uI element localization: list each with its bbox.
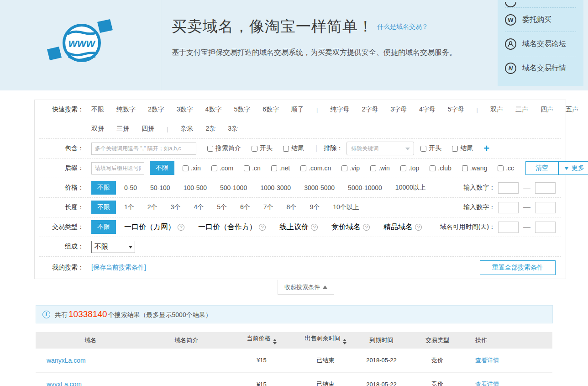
length-option[interactable]: 6个 — [240, 203, 250, 212]
length-option[interactable]: 7个 — [263, 203, 273, 212]
collapse-search-button[interactable]: 收起搜索条件 — [278, 280, 334, 295]
quick-filter-option[interactable]: 3数字 — [177, 106, 193, 114]
domain-link[interactable]: wanyxLa.com — [47, 357, 86, 364]
add-condition-icon[interactable]: + — [483, 143, 489, 153]
sidebar-item[interactable]: N域名交易行情 — [505, 56, 576, 80]
length-option[interactable]: 8个 — [287, 203, 297, 212]
quick-filter-option[interactable]: 3字母 — [390, 106, 407, 114]
suffix-option-checkbox[interactable] — [341, 165, 347, 171]
domain-link[interactable]: wvyxLa.com — [47, 381, 82, 386]
include-option-checkbox[interactable] — [252, 146, 257, 152]
suffix-option[interactable]: .cn — [244, 164, 261, 172]
length-option[interactable]: 4个 — [194, 203, 204, 212]
suffix-option-checkbox[interactable] — [244, 165, 250, 171]
length-max-input[interactable] — [535, 202, 556, 213]
length-option[interactable]: 1个 — [124, 203, 134, 212]
trade-type-option[interactable]: 精品域名? — [383, 222, 422, 232]
suffix-option[interactable]: .cc — [498, 164, 514, 172]
price-option[interactable]: 500-1000 — [220, 184, 247, 191]
suffix-option-checkbox[interactable] — [183, 165, 189, 171]
exclude-option[interactable]: 开头 — [420, 144, 441, 153]
suffix-option[interactable]: .win — [370, 164, 390, 172]
quick-filter-option[interactable]: 4字母 — [419, 106, 436, 114]
suffix-option-checkbox[interactable] — [271, 165, 277, 171]
what-is-domain-trade-link[interactable]: 什么是域名交易？ — [377, 23, 428, 30]
sidebar-item[interactable]: 域名交易论坛 — [505, 32, 576, 56]
sort-icon[interactable] — [273, 337, 277, 346]
help-icon[interactable]: ? — [415, 224, 422, 231]
suffix-option[interactable]: .vip — [341, 164, 360, 172]
include-option-checkbox[interactable] — [283, 146, 289, 152]
exclude-keywords-select[interactable]: 排除关键词 — [346, 142, 414, 155]
quick-filter-option[interactable]: 5数字 — [234, 106, 250, 114]
exclude-option[interactable]: 结尾 — [452, 144, 473, 153]
suffix-option-checkbox[interactable] — [400, 165, 406, 171]
sort-icon[interactable] — [343, 337, 346, 346]
quick-filter-option[interactable]: 2字母 — [362, 106, 378, 114]
suffix-option[interactable]: .net — [271, 164, 290, 172]
quick-filter-option[interactable]: 纯数字 — [116, 106, 136, 114]
suffix-option[interactable]: .com.cn — [300, 164, 331, 172]
help-icon[interactable]: ? — [259, 224, 266, 231]
view-detail-link[interactable]: 查看详情 — [475, 381, 499, 386]
trade-type-option[interactable]: 线上议价? — [279, 222, 318, 232]
price-option[interactable]: 0-50 — [124, 184, 137, 191]
exclude-option-checkbox[interactable] — [420, 146, 426, 152]
quick-filter-option[interactable]: 4数字 — [205, 106, 222, 114]
quick-filter-option[interactable]: 6数字 — [262, 106, 279, 114]
price-option[interactable]: 10000以上 — [395, 184, 426, 192]
suffix-option[interactable]: .xin — [183, 164, 201, 172]
price-option[interactable]: 5000-10000 — [348, 184, 382, 191]
exclude-option-checkbox[interactable] — [452, 146, 458, 152]
trade-type-option[interactable]: 竞价域名? — [331, 222, 370, 232]
quick-filter-option[interactable]: 纯字母 — [330, 106, 349, 114]
more-suffix-button[interactable]: 更多 — [558, 161, 588, 175]
price-option[interactable]: 3000-5000 — [304, 184, 335, 191]
suffix-option-checkbox[interactable] — [370, 165, 376, 171]
length-option[interactable]: 2个 — [147, 203, 158, 212]
quick-filter-option[interactable]: 不限 — [91, 106, 104, 114]
suffix-option-checkbox[interactable] — [430, 165, 436, 171]
include-option[interactable]: 结尾 — [283, 144, 304, 153]
table-header-cell[interactable]: 出售剩余时间 — [296, 332, 355, 349]
table-header-cell[interactable]: 当前价格 — [227, 332, 296, 349]
suffix-option-checkbox[interactable] — [300, 165, 306, 171]
price-max-input[interactable] — [535, 182, 556, 194]
price-option[interactable]: 50-100 — [150, 184, 170, 191]
trade-type-option[interactable]: 一口价（合作方）? — [198, 222, 266, 232]
price-option[interactable]: 1000-3000 — [260, 184, 291, 191]
sidebar-item[interactable]: W委托购买 — [505, 8, 576, 32]
quick-filter-option[interactable]: 顺子 — [291, 106, 304, 114]
length-min-input[interactable] — [498, 202, 519, 213]
suffix-option-checkbox[interactable] — [462, 165, 468, 171]
length-option[interactable]: 3个 — [171, 203, 181, 212]
length-option[interactable]: 9个 — [310, 203, 320, 212]
suffix-option-checkbox[interactable] — [498, 165, 504, 171]
sidebar-item-partial[interactable] — [505, 0, 576, 8]
price-min-input[interactable] — [498, 182, 519, 194]
suffix-option[interactable]: .club — [430, 164, 452, 172]
view-detail-link[interactable]: 查看详情 — [475, 357, 499, 364]
suffix-option[interactable]: .com — [211, 164, 233, 172]
quick-filter-option[interactable]: 三声 — [515, 106, 528, 114]
include-option[interactable]: 开头 — [252, 144, 273, 153]
price-option[interactable]: 100-500 — [184, 184, 207, 191]
suffix-input[interactable] — [91, 162, 144, 174]
length-option[interactable]: 5个 — [217, 203, 227, 212]
suffix-option-unlimited[interactable]: 不限 — [150, 161, 174, 175]
quick-filter-option[interactable]: 5字母 — [448, 106, 464, 114]
price-option-unlimited[interactable]: 不限 — [91, 181, 116, 195]
trade-type-option[interactable]: 一口价（万网）? — [124, 222, 184, 232]
quick-filter-option[interactable]: 五声 — [566, 106, 578, 114]
help-icon[interactable]: ? — [178, 224, 184, 231]
trade-type-option-unlimited[interactable]: 不限 — [91, 220, 116, 234]
include-option-checkbox[interactable] — [207, 146, 213, 152]
quick-filter-option[interactable]: 三拼 — [116, 125, 129, 133]
include-option[interactable]: 搜索简介 — [207, 144, 241, 153]
quick-filter-option[interactable]: 2杂 — [205, 125, 215, 133]
suffix-option[interactable]: .wang — [462, 164, 487, 172]
quick-filter-option[interactable]: 四拼 — [142, 125, 154, 133]
length-option-unlimited[interactable]: 不限 — [91, 201, 116, 214]
days-max-input[interactable] — [535, 222, 556, 233]
help-icon[interactable]: ? — [363, 224, 370, 231]
